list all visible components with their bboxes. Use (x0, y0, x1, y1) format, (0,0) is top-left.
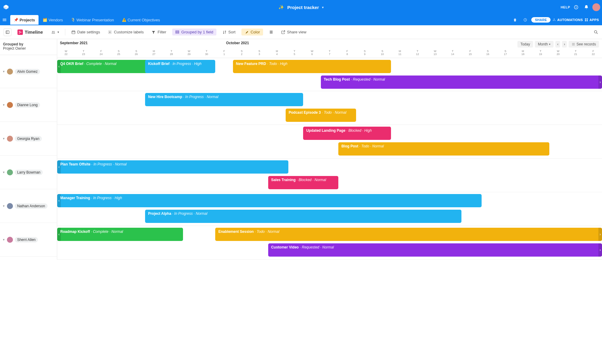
bell-icon[interactable] (582, 3, 591, 11)
automations-button[interactable]: AUTOMATIONS (552, 18, 583, 22)
owner-name: Dianne Long (15, 102, 40, 108)
tab-label: Vendors (48, 18, 63, 22)
group-owner-row[interactable]: ▼Alvin Gomez (0, 55, 57, 88)
bar-status: In Progress (93, 196, 111, 200)
group-owner-row[interactable]: ▼Georgia Ryan (0, 122, 57, 156)
tab-icon: 🎙️ (71, 18, 75, 22)
svg-rect-14 (19, 33, 20, 33)
group-owner-row[interactable]: ▼Larry Bowman (0, 156, 57, 189)
edge-right-icon: › (598, 76, 602, 89)
bar-priority: High (280, 62, 287, 66)
timeline-bar[interactable]: Blog Post · Todo · Normal (338, 142, 549, 156)
sidebar-toggle[interactable] (4, 28, 11, 36)
edge-left-icon: ‹ (57, 194, 61, 207)
svg-rect-22 (176, 31, 179, 32)
help-icon[interactable]: ? (572, 3, 580, 11)
day-label: W29 (180, 49, 198, 58)
timeline-bar[interactable]: New Feature PRD · Todo · High (233, 60, 391, 73)
tab-webinar-presentation[interactable]: 🎙️Webinar Presentation (67, 15, 118, 25)
timeline-bar[interactable]: Enablement Session · Todo · Normal› (215, 228, 602, 241)
timeline-bar[interactable]: ‹Plan Team Offsite · In Progress · Norma… (57, 160, 288, 174)
view-name[interactable]: Timeline (16, 28, 45, 36)
bar-status: Requested (302, 245, 319, 249)
bar-status: Blocked (299, 178, 312, 182)
bar-title: Blog Post (341, 144, 358, 148)
group-owner-row[interactable]: ▼Dianne Long (0, 88, 57, 122)
group-owner-row[interactable]: ▼Sherri Allen (0, 223, 57, 257)
timeline-bar[interactable]: Updated Landing Page · Blocked · High (303, 127, 391, 140)
bar-status: Complete (86, 62, 102, 66)
apps-button[interactable]: APPS (585, 18, 599, 22)
owner-avatar (7, 102, 13, 108)
timeline-group: ‹Q4 OKR Brief · Complete · NormalKickoff… (57, 58, 602, 91)
avatar[interactable] (592, 3, 600, 11)
bar-priority: High (364, 128, 372, 133)
trash-icon[interactable] (511, 16, 519, 24)
timeline-bar[interactable]: Podcast Episode 3 · Todo · Normal (286, 109, 356, 122)
grouped-button[interactable]: Grouped by 1 field (172, 29, 216, 35)
day-label: T19 (532, 49, 549, 58)
see-records-button[interactable]: See records (569, 41, 599, 48)
tab-current-objectives[interactable]: ⚠️Current Objectives (118, 15, 164, 25)
date-settings-button[interactable]: Date settings (70, 29, 102, 35)
bar-status: Todo (324, 110, 332, 115)
bar-title: Manager Training (60, 196, 90, 200)
zoom-month-button[interactable]: Month▾ (535, 41, 554, 48)
owner-avatar (7, 237, 13, 243)
caret-down-icon: ▾ (322, 6, 324, 9)
bar-title: Podcast Episode 3 (289, 110, 321, 115)
chevron-down-icon: ▼ (2, 238, 5, 241)
tab-vendors[interactable]: 🗂️Vendors (39, 15, 67, 25)
group-owner-row[interactable]: ▼Nathan Anderson (0, 189, 57, 223)
day-label: T5 (286, 49, 303, 58)
chevron-down-icon: ▼ (2, 70, 5, 73)
day-label: S25 (110, 49, 127, 58)
day-label: W22 (57, 49, 75, 58)
timeline-bar[interactable]: ‹Q4 OKR Brief · Complete · Normal (57, 60, 148, 73)
timeline-bar[interactable]: Sales Training · Blocked · Normal (268, 176, 339, 189)
prev-button[interactable]: ‹ (555, 41, 560, 48)
timeline-group: ‹Plan Team Offsite · In Progress · Norma… (57, 159, 602, 192)
bar-title: Updated Landing Page (306, 128, 345, 133)
share-view-button[interactable]: Share view (279, 29, 308, 35)
share-button[interactable]: SHARE (531, 17, 551, 23)
next-button[interactable]: › (562, 41, 567, 48)
timeline-bar[interactable]: Tech Blog Post · Requested · Normal› (321, 76, 602, 89)
edge-left-icon: ‹ (57, 60, 61, 73)
svg-rect-8 (585, 20, 586, 21)
workspace-title[interactable]: ✨ Project tracker ▾ (278, 5, 323, 10)
timeline-header: September 2021October 2021 Today Month▾ … (57, 39, 602, 58)
tab-projects[interactable]: 📌Projects (10, 15, 39, 25)
day-label: W20 (549, 49, 567, 58)
day-label: F24 (92, 49, 110, 58)
sparkle-icon: ✨ (278, 5, 284, 10)
today-button[interactable]: Today (517, 41, 533, 48)
row-height-button[interactable] (267, 29, 275, 35)
history-icon[interactable] (521, 16, 529, 24)
svg-rect-29 (572, 43, 575, 44)
content: Grouped by Project Owner ▼Alvin Gomez▼Di… (0, 39, 602, 260)
svg-rect-17 (72, 31, 75, 33)
owner-avatar (7, 69, 13, 75)
menu-icon[interactable] (0, 14, 9, 25)
bar-title: Tech Blog Post (324, 77, 350, 82)
timeline-bar[interactable]: ‹Manager Training · In Progress · High (57, 194, 482, 207)
day-label: T30 (198, 49, 215, 58)
timeline-bar[interactable]: Kickoff Brief · In Progress · High (145, 60, 216, 73)
owner-avatar (7, 169, 13, 175)
bar-title: Roadmap Kickoff (60, 230, 90, 234)
color-button[interactable]: Color (241, 29, 263, 35)
timeline-bar[interactable]: Customer Video · Requested · Normal› (268, 243, 602, 257)
filter-button[interactable]: Filter (150, 29, 168, 35)
timeline-group: New Hire Bootcamp · In Progress · Normal… (57, 91, 602, 125)
customize-labels-button[interactable]: Customize labels (106, 29, 145, 35)
timeline-bar[interactable]: Project Alpha · In Progress · Normal (145, 210, 461, 223)
collaborators-button[interactable]: ▾ (49, 29, 61, 35)
timeline-bar[interactable]: New Hire Bootcamp · In Progress · Normal (145, 93, 303, 106)
help-label[interactable]: HELP (561, 5, 570, 9)
bar-priority: Normal (196, 211, 207, 216)
sort-button[interactable]: Sort (221, 29, 237, 35)
logo-icon[interactable] (2, 3, 10, 11)
search-icon[interactable] (594, 30, 598, 35)
timeline-bar[interactable]: ‹Roadmap Kickoff · Complete · Normal (57, 228, 183, 241)
